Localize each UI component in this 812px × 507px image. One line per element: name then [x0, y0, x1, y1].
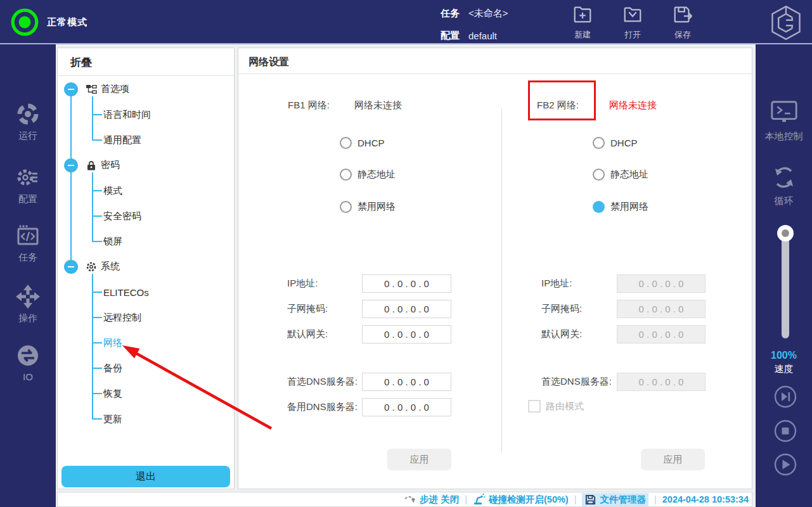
mode-status-icon	[10, 8, 39, 37]
collapse-all-button[interactable]: 折叠	[70, 55, 92, 70]
fb2-radio-disable[interactable]: 禁用网络	[593, 200, 648, 214]
run-icon	[15, 101, 41, 127]
collapse-toggle-icon[interactable]	[64, 158, 78, 172]
collapse-toggle-icon[interactable]	[64, 260, 78, 274]
tree-item-restore[interactable]: 恢复	[103, 385, 224, 402]
fb1-gateway-field[interactable]: 0 . 0 . 0 . 0	[362, 325, 451, 343]
top-bar: 正常模式 任务 <未命名> 配置 default 新建 打开	[0, 0, 812, 44]
fb2-radio-dhcp[interactable]: DHCP	[593, 136, 638, 150]
sidebar-io-label: IO	[0, 371, 56, 382]
fb2-radio-disable-label: 禁用网络	[610, 201, 648, 213]
fb1-radio-disable-label: 禁用网络	[358, 201, 396, 213]
tree-item-safety-password[interactable]: 安全密码	[103, 208, 224, 224]
open-file-icon	[622, 4, 643, 25]
loop-icon	[770, 164, 799, 191]
new-button[interactable]: 新建	[565, 4, 600, 41]
fb2-mask-label: 子网掩码:	[541, 303, 582, 315]
speed-slider-track[interactable]	[782, 229, 789, 338]
fb1-gateway-row: 默认网关: 0 . 0 . 0 . 0	[287, 325, 452, 343]
sidebar-operate-label: 操作	[0, 312, 56, 324]
fb1-dns2-label: 备用DNS服务器:	[287, 401, 358, 413]
fb1-radio-dhcp-label: DHCP	[358, 138, 385, 148]
column-divider	[501, 108, 502, 452]
tree-node-system: 系统	[58, 259, 234, 275]
tree-stub	[92, 292, 102, 293]
tree-item-remote-control[interactable]: 远程控制	[103, 309, 224, 326]
tree-item-lock-screen[interactable]: 锁屏	[103, 233, 224, 250]
fb2-ip-row: IP地址: 0 . 0 . 0 . 0	[541, 274, 706, 293]
tree-item-mode[interactable]: 模式	[103, 183, 224, 199]
system-gear-icon	[86, 261, 97, 273]
gear-icon	[15, 165, 41, 190]
step-forward-button[interactable]	[774, 385, 797, 408]
save-button[interactable]: 保存	[666, 4, 700, 41]
checkbox-icon	[528, 400, 541, 413]
sidebar-item-run[interactable]: 运行	[0, 101, 56, 142]
title-divider	[238, 74, 752, 74]
tree-item-system[interactable]: 系统	[101, 260, 120, 273]
fb1-dns2-field[interactable]: 0 . 0 . 0 . 0	[362, 398, 451, 416]
tree-item-general-config[interactable]: 通用配置	[103, 132, 224, 148]
tree-item-backup[interactable]: 备份	[103, 360, 224, 376]
stop-button[interactable]	[774, 420, 797, 442]
fb1-ip-label: IP地址:	[287, 278, 318, 290]
collision-detect-status[interactable]: 碰撞检测开启(50%)	[473, 493, 569, 506]
exit-button[interactable]: 退出	[61, 466, 230, 487]
play-button[interactable]	[774, 453, 797, 476]
radio-icon	[340, 169, 352, 181]
sidebar-task-label: 任务	[0, 252, 56, 264]
fb2-ip-field: 0 . 0 . 0 . 0	[617, 274, 706, 293]
task-label: 任务	[441, 8, 460, 20]
file-manager-button[interactable]: 文件管理器	[582, 493, 648, 506]
fb1-apply-button[interactable]: 应用	[387, 449, 451, 470]
tree-branch-line-1	[92, 96, 93, 140]
right-control-sidebar: 本地控制 循环 100% 速度	[756, 44, 812, 507]
fb2-route-mode-label: 路由模式	[546, 401, 584, 413]
local-control-button[interactable]: 本地控制	[756, 99, 812, 143]
tree-item-update[interactable]: 更新	[103, 411, 224, 427]
code-window-icon	[15, 223, 41, 248]
fb1-dns1-field[interactable]: 0 . 0 . 0 . 0	[362, 373, 451, 391]
tree-stub	[92, 393, 102, 394]
collapse-toggle-icon[interactable]	[64, 82, 78, 96]
open-button[interactable]: 打开	[615, 4, 650, 41]
fb2-apply-button[interactable]: 应用	[641, 449, 705, 470]
fb1-radio-static-label: 静态地址	[358, 169, 396, 181]
fb1-radio-static[interactable]: 静态地址	[340, 167, 396, 181]
tree-stub	[92, 342, 102, 343]
speed-slider-thumb[interactable]	[777, 225, 794, 241]
tree-item-elitecos[interactable]: ELITECOs	[103, 284, 224, 300]
datetime-label: 2024-04-28 10:53:34	[662, 494, 749, 504]
mode-label: 正常模式	[47, 16, 87, 29]
fb1-mask-label: 子网掩码:	[287, 303, 328, 315]
collision-detect-label: 碰撞检测开启(50%)	[489, 494, 569, 506]
settings-tree-panel: 折叠 首选项 语言和时间 通用配置	[57, 48, 235, 489]
tree-item-network[interactable]: 网络	[103, 335, 224, 351]
fb2-radio-static[interactable]: 静态地址	[593, 167, 648, 181]
fb1-dns2-row: 备用DNS服务器: 0 . 0 . 0 . 0	[287, 398, 452, 416]
network-settings-panel: 网络设置 FB1 网络: 网络未连接 DHCP 静态地址 禁用网络 IP地址: …	[238, 48, 752, 489]
tree-item-preferences[interactable]: 首选项	[101, 83, 129, 95]
loop-button[interactable]: 循环	[756, 164, 812, 207]
sidebar-item-task[interactable]: 任务	[0, 223, 56, 264]
tree-item-language-time[interactable]: 语言和时间	[103, 106, 224, 123]
sidebar-item-operate[interactable]: 操作	[0, 284, 56, 324]
sidebar-item-io[interactable]: IO	[0, 343, 56, 382]
fb1-mask-field[interactable]: 0 . 0 . 0 . 0	[362, 300, 451, 318]
fb1-radio-disable[interactable]: 禁用网络	[340, 200, 396, 214]
left-nav-sidebar: 运行 配置 任务 操作	[0, 44, 56, 507]
tree-item-password[interactable]: 密码	[101, 159, 120, 171]
preferences-icon	[86, 84, 97, 95]
fb2-mask-field: 0 . 0 . 0 . 0	[617, 300, 706, 318]
step-arrow-icon	[404, 494, 416, 504]
fb1-radio-dhcp[interactable]: DHCP	[340, 136, 385, 150]
tree-stub	[92, 114, 102, 115]
fb1-gateway-label: 默认网关:	[287, 328, 328, 340]
fb2-radio-static-label: 静态地址	[610, 169, 648, 181]
fb1-mask-row: 子网掩码: 0 . 0 . 0 . 0	[287, 300, 452, 318]
radio-icon	[593, 137, 605, 149]
fb1-ip-field[interactable]: 0 . 0 . 0 . 0	[362, 274, 451, 293]
step-mode-status[interactable]: 步进 关闭	[404, 494, 459, 506]
sidebar-item-config[interactable]: 配置	[0, 165, 56, 205]
tree-node-password: 密码	[58, 157, 234, 174]
